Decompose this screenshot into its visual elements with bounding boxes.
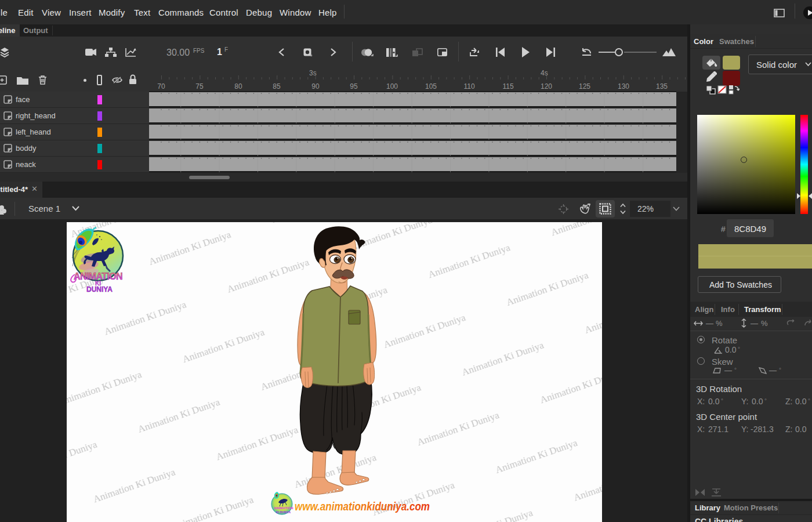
svg-text:www.animationkiduniya.com: www.animationkiduniya.com <box>295 500 430 513</box>
svg-text:DUNIYA: DUNIYA <box>86 285 113 293</box>
svg-text:KI DUNIYA: KI DUNIYA <box>276 510 291 514</box>
svg-text:ANIMATION: ANIMATION <box>274 506 293 510</box>
